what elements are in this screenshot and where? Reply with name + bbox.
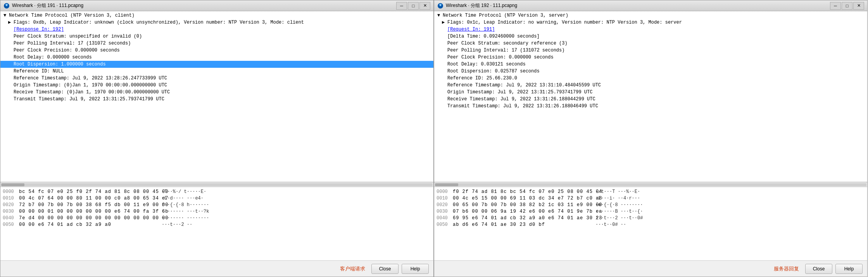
- tree-item[interactable]: Peer Clock Precision: 0.000000 seconds: [434, 54, 867, 61]
- minimize-button-server[interactable]: ─: [830, 2, 841, 10]
- hex-row: 0000 bc 54 fc 07 e0 25 f0 2f 74 ad 81 8c…: [3, 189, 431, 195]
- tree-item-label: Transmit Timestamp: Jul 9, 2022 13:31:25…: [14, 96, 164, 102]
- hex-offset: 0010: [3, 195, 19, 202]
- tree-item-label: Network Time Protocol (NTP Version 3, se…: [443, 13, 568, 18]
- tree-item[interactable]: [Request In: 191]: [434, 26, 867, 33]
- maximize-button-server[interactable]: □: [842, 2, 852, 10]
- content-server: ▼ Network Time Protocol (NTP Version 3, …: [434, 11, 867, 260]
- tree-toggle-icon[interactable]: ▼: [437, 12, 443, 19]
- packet-tree-client[interactable]: ▼ Network Time Protocol (NTP Version 3, …: [0, 11, 433, 182]
- footer-server: 服务器回复 Close Help: [434, 260, 867, 277]
- hscroll-thumb-server[interactable]: [435, 183, 458, 186]
- close-window-button-client[interactable]: ✕: [419, 2, 430, 10]
- tree-item[interactable]: Reference ID: 25.66.230.0: [434, 75, 867, 82]
- tree-item[interactable]: ▼ Network Time Protocol (NTP Version 3, …: [0, 12, 433, 19]
- tree-toggle-icon[interactable]: ▶: [442, 19, 447, 26]
- tree-item[interactable]: Peer Polling Interval: 17 (131072 second…: [434, 47, 867, 54]
- tree-item[interactable]: Root Delay: 0.030121 seconds: [434, 61, 867, 68]
- hex-ascii: ···t···2 ··: [162, 222, 192, 228]
- tree-item-label: Root Dispersion: 0.025787 seconds: [447, 69, 540, 74]
- minimize-button-client[interactable]: ─: [396, 2, 407, 10]
- footer-label-server: 服务器回复: [439, 265, 802, 272]
- tree-item-label: Transmit Timestamp: Jul 9, 2022 13:31:26…: [447, 103, 598, 109]
- wireshark-icon-client: [3, 3, 10, 9]
- hex-bytes: 00 00 e6 74 01 ad cb 32 a9 a0: [19, 222, 159, 228]
- hex-ascii: ·L·d···· ···e4·: [162, 195, 204, 202]
- tree-item[interactable]: Origin Timestamp: (0)Jan 1, 1970 00:00:0…: [0, 82, 433, 89]
- packet-tree-server[interactable]: ▼ Network Time Protocol (NTP Version 3, …: [434, 11, 867, 182]
- tree-item-label: Root Delay: 0.000000 seconds: [14, 55, 92, 60]
- tree-item[interactable]: Receive Timestamp: Jul 9, 2022 13:31:26.…: [434, 96, 867, 103]
- hex-offset: 0000: [437, 189, 453, 195]
- tree-item[interactable]: Peer Clock Precision: 0.000000 seconds: [0, 47, 433, 54]
- hex-ascii: r··{·{·8 h·······: [162, 202, 209, 208]
- hex-bytes: bc 54 fc 07 e0 25 f0 2f 74 ad 81 8c 08 0…: [19, 189, 159, 195]
- tree-item[interactable]: Reference ID: NULL: [0, 68, 433, 75]
- hex-ascii: ~······· ········: [162, 215, 209, 222]
- hex-row: 0010 00 4c 07 64 00 00 80 11 00 00 c0 a8…: [3, 195, 431, 202]
- hex-offset: 0010: [437, 195, 453, 202]
- tree-item[interactable]: Transmit Timestamp: Jul 9, 2022 13:31:25…: [0, 96, 433, 103]
- tree-toggle-icon[interactable]: ▶: [8, 19, 14, 26]
- tree-item[interactable]: Root Delay: 0.000000 seconds: [0, 54, 433, 61]
- hex-row: 0030 00 00 00 01 00 00 00 00 00 00 e6 74…: [3, 208, 431, 215]
- maximize-button-client[interactable]: □: [408, 2, 419, 10]
- tree-item[interactable]: ▼ Network Time Protocol (NTP Version 3, …: [434, 12, 867, 19]
- tree-item[interactable]: [Response In: 192]: [0, 26, 433, 33]
- hex-row: 0040 69 95 e6 74 01 ad cb 32 a9 a0 e6 74…: [437, 215, 865, 222]
- tree-item[interactable]: Reference Timestamp: Jul 9, 2022 13:28:2…: [0, 75, 433, 82]
- tree-item[interactable]: Reference Timestamp: Jul 9, 2022 13:31:1…: [434, 82, 867, 89]
- title-buttons-client: ─ □ ✕: [396, 2, 430, 10]
- hex-row: 0030 07 b6 00 00 06 9a 19 42 e6 00 e6 74…: [437, 208, 865, 215]
- tree-item-label: Receive Timestamp: (0)Jan 1, 1970 00:00:…: [14, 89, 170, 95]
- close-button-client[interactable]: Close: [371, 264, 399, 274]
- hscroll-server[interactable]: [434, 182, 867, 187]
- hex-panel-client[interactable]: 0000 bc 54 fc 07 e0 25 f0 2f 74 ad 81 8c…: [0, 187, 433, 260]
- help-button-client[interactable]: Help: [402, 264, 429, 274]
- close-button-server[interactable]: Close: [805, 264, 832, 274]
- hex-ascii: i··t···2 ···t··0#: [595, 215, 643, 222]
- hex-offset: 0040: [437, 215, 453, 222]
- hex-panel-server[interactable]: 0000 f0 2f 74 ad 81 8c bc 54 fc 07 e0 25…: [434, 187, 867, 260]
- title-text-server: Wireshark · 分组 192 · 111.pcapng: [446, 2, 830, 9]
- hex-offset: 0020: [437, 202, 453, 208]
- tree-item[interactable]: Peer Clock Stratum: secondary reference …: [434, 40, 867, 47]
- hex-bytes: 00 4c 07 64 00 00 80 11 00 00 c0 a8 00 6…: [19, 195, 159, 202]
- hex-bytes: ab d6 e6 74 01 ae 30 23 d0 bf: [453, 222, 592, 228]
- tree-item[interactable]: Peer Polling Interval: 17 (131072 second…: [0, 40, 433, 47]
- help-button-server[interactable]: Help: [835, 264, 863, 274]
- tree-item[interactable]: Transmit Timestamp: Jul 9, 2022 13:31:26…: [434, 103, 867, 110]
- tree-item-label: Peer Clock Stratum: unspecified or inval…: [14, 34, 142, 39]
- tree-item[interactable]: [Delta Time: 0.092460000 seconds]: [434, 33, 867, 40]
- tree-toggle-icon[interactable]: ▼: [3, 12, 9, 19]
- hex-row: 0050 ab d6 e6 74 01 ae 30 23 d0 bf ···t·…: [437, 222, 865, 228]
- hscroll-thumb-client[interactable]: [1, 183, 24, 186]
- tree-item-label: Flags: 0x1c, Leap Indicator: no warning,…: [447, 20, 682, 25]
- tree-item[interactable]: Root Dispersion: 1.000000 seconds: [0, 61, 433, 68]
- window-server: Wireshark · 分组 192 · 111.pcapng ─ □ ✕ ▼ …: [434, 0, 868, 277]
- tree-item[interactable]: Peer Clock Stratum: unspecified or inval…: [0, 33, 433, 40]
- wireshark-icon-server: [437, 3, 443, 9]
- hex-bytes: 00 4c e5 15 00 00 69 11 03 dc 34 e7 72 b…: [453, 195, 592, 202]
- hscroll-client[interactable]: [0, 182, 433, 187]
- tree-item-label: Receive Timestamp: Jul 9, 2022 13:31:26.…: [447, 96, 595, 102]
- tree-item[interactable]: ▶ Flags: 0x1c, Leap Indicator: no warnin…: [434, 19, 867, 26]
- close-window-button-server[interactable]: ✕: [853, 2, 864, 10]
- hscroll-track-client[interactable]: [1, 183, 433, 186]
- hex-bytes: 72 b7 00 7b 00 7b 00 38 68 f5 db 00 11 e…: [19, 202, 159, 208]
- hex-bytes: 07 b6 00 00 06 9a 19 42 e6 00 e6 74 01 9…: [453, 208, 592, 215]
- tree-item[interactable]: Origin Timestamp: Jul 9, 2022 13:31:25.7…: [434, 89, 867, 96]
- hex-offset: 0020: [3, 202, 19, 208]
- footer-client: 客户端请求 Close Help: [0, 260, 433, 277]
- hex-row: 0010 00 4c e5 15 00 00 69 11 03 dc 34 e7…: [437, 195, 865, 202]
- tree-link[interactable]: [Response In: 192]: [14, 27, 64, 32]
- tree-item[interactable]: ▶ Flags: 0xdb, Leap Indicator: unknown (…: [0, 19, 433, 26]
- tree-link[interactable]: [Request In: 191]: [447, 27, 495, 32]
- content-client: ▼ Network Time Protocol (NTP Version 3, …: [0, 11, 433, 260]
- hex-bytes: 7e d4 00 00 00 00 00 00 00 00 00 00 00 0…: [19, 215, 159, 222]
- hscroll-track-server[interactable]: [435, 183, 866, 186]
- tree-item[interactable]: Root Dispersion: 0.025787 seconds: [434, 68, 867, 75]
- tree-item[interactable]: Receive Timestamp: (0)Jan 1, 1970 00:00:…: [0, 89, 433, 96]
- hex-row: 0050 00 00 e6 74 01 ad cb 32 a9 a0 ···t·…: [3, 222, 431, 228]
- tree-item-label: Reference Timestamp: Jul 9, 2022 13:31:1…: [447, 83, 601, 88]
